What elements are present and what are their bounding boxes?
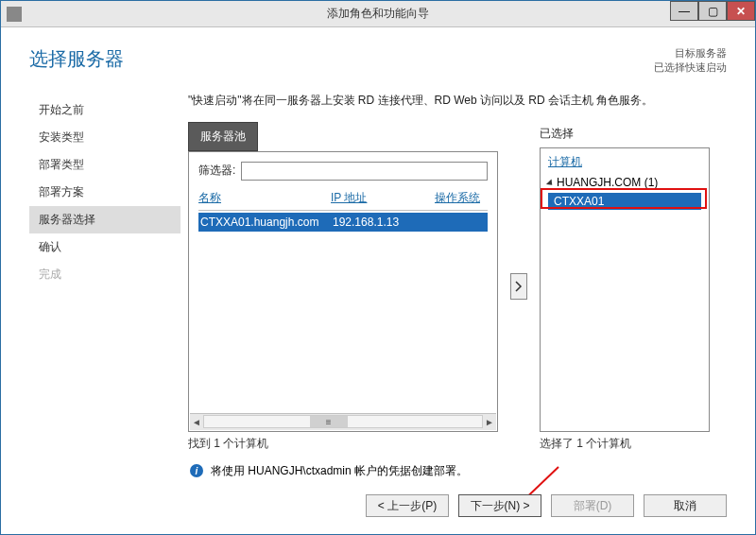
selected-server[interactable]: CTXXA01 [548, 193, 701, 210]
step-complete: 完成 [29, 261, 180, 288]
info-row: i 将使用 HUANGJH\ctxadmin 帐户的凭据创建部署。 [190, 463, 727, 479]
selected-status: 选择了 1 个计算机 [540, 432, 710, 452]
columns: 开始之前 安装类型 部署类型 部署方案 服务器选择 确认 完成 "快速启动"将在… [29, 93, 727, 452]
window-title: 添加角色和功能向导 [327, 6, 429, 22]
selected-domain-label: HUANGJH.COM (1) [557, 176, 658, 189]
step-confirm[interactable]: 确认 [29, 233, 180, 261]
filter-input[interactable] [241, 162, 488, 181]
minimize-button[interactable]: — [670, 1, 698, 21]
panels: 服务器池 筛选器: 名称 IP 地址 操作系统 [188, 122, 727, 452]
pool-status: 找到 1 个计算机 [188, 432, 498, 452]
window-controls: — ▢ ✕ [670, 1, 755, 21]
triangle-down-icon [546, 179, 555, 187]
wizard-steps: 开始之前 安装类型 部署类型 部署方案 服务器选择 确认 完成 [29, 93, 180, 452]
step-deploy-type[interactable]: 部署类型 [29, 151, 180, 179]
body: 选择服务器 目标服务器 已选择快速启动 开始之前 安装类型 部署类型 部署方案 … [1, 27, 755, 534]
server-os [437, 216, 486, 229]
maximize-button[interactable]: ▢ [698, 1, 727, 21]
selected-domain[interactable]: HUANGJH.COM (1) [542, 174, 707, 191]
titlebar: 添加角色和功能向导 — ▢ ✕ [1, 1, 755, 27]
chevron-right-icon [514, 280, 524, 293]
col-ip[interactable]: IP 地址 [331, 190, 435, 206]
next-button[interactable]: 下一步(N) > [458, 494, 541, 517]
server-pool-box: 筛选器: 名称 IP 地址 操作系统 CTXXA0 [188, 151, 498, 432]
info-text: 将使用 HUANGJH\ctxadmin 帐户的凭据创建部署。 [211, 463, 468, 479]
info-icon: i [190, 464, 203, 477]
col-name[interactable]: 名称 [198, 190, 331, 206]
close-button[interactable]: ✕ [727, 1, 755, 21]
step-deploy-scenario[interactable]: 部署方案 [29, 179, 180, 206]
scroll-track[interactable]: ≡ [203, 415, 483, 428]
server-pool-panel: 服务器池 筛选器: 名称 IP 地址 操作系统 [188, 122, 498, 452]
server-pool-tab[interactable]: 服务器池 [188, 122, 258, 151]
filter-label: 筛选器: [198, 163, 235, 179]
selected-panel: 已选择 计算机 HUANGJH.COM (1) CTXXA01 选择了 1 个计… [540, 122, 710, 452]
meta-info: 目标服务器 已选择快速启动 [654, 46, 727, 76]
h-scrollbar[interactable]: ◄ ≡ ► [190, 413, 496, 430]
header-row: 选择服务器 目标服务器 已选择快速启动 [29, 46, 727, 76]
footer-buttons: < 上一步(P) 下一步(N) > 部署(D) 取消 [366, 494, 727, 517]
wizard-window: 添加角色和功能向导 — ▢ ✕ 选择服务器 目标服务器 已选择快速启动 开始之前… [0, 0, 756, 535]
scroll-right-icon[interactable]: ► [485, 417, 494, 427]
pool-table-body: CTXXA01.huangjh.com 192.168.1.13 [189, 213, 497, 413]
col-os[interactable]: 操作系统 [435, 190, 488, 206]
header-separator [198, 210, 488, 211]
prev-button[interactable]: < 上一步(P) [366, 494, 449, 517]
selected-col-computer[interactable]: 计算机 [542, 154, 707, 174]
selected-box: 计算机 HUANGJH.COM (1) CTXXA01 [540, 147, 710, 432]
scroll-handle[interactable]: ≡ [310, 416, 348, 427]
meta-target-value: 已选择快速启动 [654, 60, 727, 75]
add-column [507, 122, 530, 452]
meta-target-label: 目标服务器 [654, 46, 727, 60]
server-name: CTXXA01.huangjh.com [200, 216, 333, 229]
page-heading: 选择服务器 [29, 46, 124, 72]
cancel-button[interactable]: 取消 [644, 494, 727, 517]
server-ip: 192.168.1.13 [333, 216, 437, 229]
step-before-begin[interactable]: 开始之前 [29, 96, 180, 124]
filter-row: 筛选器: [189, 152, 497, 190]
add-server-button[interactable] [510, 273, 527, 300]
scroll-left-icon[interactable]: ◄ [192, 417, 201, 427]
deploy-button: 部署(D) [551, 494, 634, 517]
server-row[interactable]: CTXXA01.huangjh.com 192.168.1.13 [198, 213, 488, 232]
app-icon [7, 7, 22, 22]
step-install-type[interactable]: 安装类型 [29, 124, 180, 151]
main-panel: "快速启动"将在同一服务器上安装 RD 连接代理、RD Web 访问以及 RD … [180, 93, 727, 452]
step-server-select[interactable]: 服务器选择 [29, 206, 180, 233]
main-description: "快速启动"将在同一服务器上安装 RD 连接代理、RD Web 访问以及 RD … [188, 93, 727, 109]
pool-table-header: 名称 IP 地址 操作系统 [189, 190, 497, 210]
selected-label: 已选择 [540, 122, 710, 142]
